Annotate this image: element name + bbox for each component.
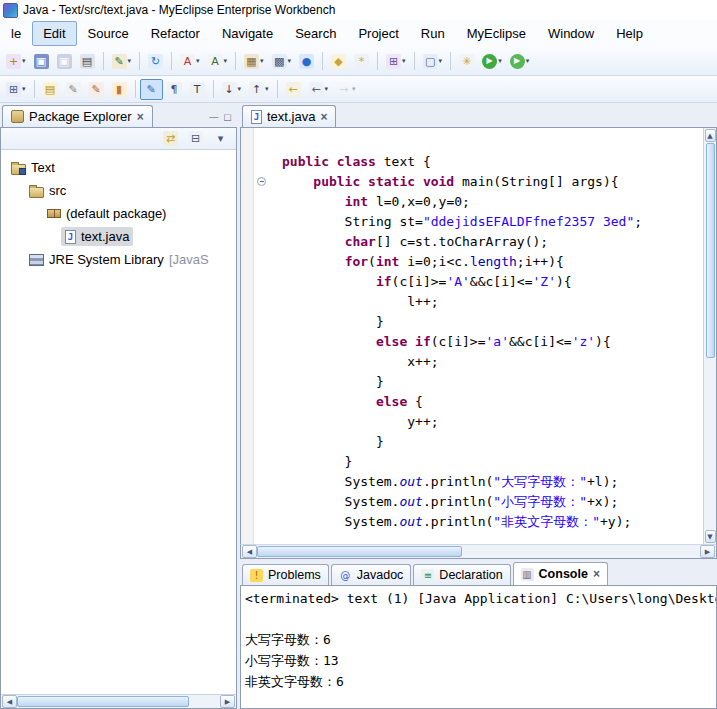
scrollbar-thumb[interactable] — [706, 143, 715, 358]
block-selection-icon[interactable]: T — [186, 79, 209, 100]
mark-occurrences-icon[interactable]: ✎ — [62, 79, 85, 100]
close-icon[interactable] — [593, 567, 600, 581]
scrollbar-thumb[interactable] — [257, 546, 462, 557]
close-icon[interactable] — [137, 109, 144, 124]
dropdown-arrow-icon[interactable]: ▾ — [402, 57, 406, 65]
forward-icon[interactable]: →▾ — [332, 79, 360, 100]
tree-item-label: (default package) — [66, 206, 166, 221]
menu-item-search[interactable]: Search — [284, 21, 347, 46]
close-icon[interactable] — [320, 109, 327, 124]
run-external-tools-icon[interactable]: A▾ — [176, 51, 204, 72]
tree-item-project-text[interactable]: Text — [1, 156, 236, 179]
scroll-up-icon[interactable] — [705, 129, 716, 142]
last-edit-location-icon[interactable]: ← — [282, 79, 305, 100]
scroll-right-icon[interactable] — [700, 545, 715, 558]
save-all-icon[interactable]: ▣ — [53, 51, 76, 72]
scrollbar-thumb[interactable] — [17, 696, 189, 707]
code-lines[interactable]: public class text { public static void m… — [270, 128, 703, 544]
dropdown-arrow-icon[interactable]: ▾ — [325, 85, 329, 93]
dropdown-arrow-icon[interactable]: ▾ — [238, 85, 242, 93]
open-book-icon[interactable]: ▮ — [108, 79, 131, 100]
highlight-toggle-icon[interactable]: ✎ — [140, 79, 163, 100]
save-icon[interactable]: ▣ — [30, 51, 53, 72]
menu-item-project[interactable]: Project — [347, 21, 409, 46]
java-file-icon — [65, 230, 76, 244]
dropdown-arrow-icon[interactable]: ▾ — [22, 85, 26, 93]
scroll-right-icon[interactable] — [220, 695, 235, 708]
package-explorer-toolbar: ⇄⊟▾ — [1, 128, 236, 150]
scroll-left-icon[interactable] — [2, 695, 17, 708]
menu-item-source[interactable]: Source — [77, 21, 140, 46]
print-icon[interactable]: ▤ — [76, 51, 99, 72]
code-line: System.out.println("小写字母数："+x); — [282, 492, 703, 512]
task-list-icon[interactable]: ▤ — [39, 79, 62, 100]
dropdown-arrow-icon[interactable]: ▾ — [196, 57, 200, 65]
previous-annotation-icon[interactable]: ↑▾ — [245, 79, 273, 100]
run-icon[interactable]: ▶▾ — [478, 51, 506, 72]
tree-item-default-package[interactable]: (default package) — [1, 202, 236, 225]
tree-item-label: JRE System Library — [49, 252, 164, 267]
tab-problems[interactable]: !Problems — [242, 564, 329, 585]
dropdown-arrow-icon[interactable]: ▾ — [526, 57, 530, 65]
tab-console[interactable]: ▥Console — [513, 562, 608, 585]
back-icon[interactable]: ←▾ — [305, 79, 333, 100]
maximize-icon[interactable] — [224, 112, 231, 123]
dropdown-arrow-icon[interactable]: ▾ — [439, 57, 443, 65]
dropdown-arrow-icon[interactable]: ▾ — [288, 57, 292, 65]
window-title: Java - Text/src/text.java - MyEclipse En… — [23, 3, 335, 17]
menu-item-refactor[interactable]: Refactor — [140, 21, 211, 46]
correction-icon[interactable]: ✎ — [85, 79, 108, 100]
collapse-all-icon[interactable]: ⊟ — [184, 128, 207, 149]
menu-item-navigate[interactable]: Navigate — [211, 21, 284, 46]
menu-item-edit[interactable]: Edit — [32, 21, 76, 46]
link-with-editor-icon[interactable]: ⇄ — [159, 128, 182, 149]
dropdown-arrow-icon[interactable]: ▾ — [498, 57, 502, 65]
menu-item-file[interactable]: le — [0, 21, 32, 46]
menu-item-run[interactable]: Run — [410, 21, 456, 46]
dropdown-arrow-icon[interactable]: ▾ — [260, 57, 264, 65]
tree-item-text-java[interactable]: text.java — [1, 225, 236, 248]
scroll-down-icon[interactable] — [705, 530, 716, 543]
dropdown-arrow-icon[interactable]: ▾ — [265, 85, 269, 93]
new-wizard-icon[interactable]: +▾ — [2, 51, 30, 72]
editor-vscrollbar[interactable] — [703, 128, 716, 544]
tab-declaration[interactable]: ≡Declaration — [413, 564, 510, 585]
new-web-project-icon[interactable]: ⊞▾ — [382, 51, 410, 72]
minimize-icon[interactable] — [209, 113, 218, 122]
source-folder-icon — [29, 187, 44, 198]
jar-package-icon[interactable]: ▦▾ — [240, 51, 268, 72]
web-browser-icon[interactable]: ● — [295, 51, 318, 72]
tree-item-src[interactable]: src — [1, 179, 236, 202]
editor-area: text.java public class text { public sta… — [240, 103, 717, 559]
show-view-icon[interactable]: ▢▾ — [419, 51, 447, 72]
menu-item-myeclipse[interactable]: MyEclipse — [456, 21, 537, 46]
menu-item-help[interactable]: Help — [605, 21, 654, 46]
coverage-icon[interactable]: A▾ — [204, 51, 232, 72]
tab-javadoc[interactable]: @Javadoc — [331, 564, 412, 585]
deployment-icon[interactable]: ▩▾ — [268, 51, 296, 72]
tree-item-jre-library[interactable]: JRE System Library[JavaS — [1, 248, 236, 271]
show-whitespace-icon[interactable]: ¶ — [163, 79, 186, 100]
refresh-icon[interactable]: ↻ — [144, 51, 167, 72]
next-annotation-icon[interactable]: ↓▾ — [218, 79, 246, 100]
profile-icon[interactable]: ▶▾ — [506, 51, 534, 72]
view-menu-icon[interactable]: ▾ — [209, 128, 232, 149]
dropdown-arrow-icon[interactable]: ▾ — [352, 85, 356, 93]
code-editor[interactable]: public class text { public static void m… — [240, 127, 717, 544]
open-type-icon[interactable]: ◆ — [327, 51, 350, 72]
editor-hscrollbar[interactable] — [240, 544, 717, 559]
tab-package-explorer[interactable]: Package Explorer — [2, 105, 153, 127]
package-explorer-hscrollbar[interactable] — [1, 694, 236, 708]
dropdown-arrow-icon[interactable]: ▾ — [22, 57, 26, 65]
dropdown-arrow-icon[interactable]: ▾ — [224, 57, 228, 65]
dropdown-arrow-icon[interactable]: ▾ — [128, 57, 132, 65]
debug-icon[interactable]: ✳ — [455, 51, 478, 72]
scroll-left-icon[interactable] — [242, 545, 257, 558]
search-icon[interactable]: * — [350, 51, 373, 72]
perspective-icon[interactable]: ⊞▾ — [2, 79, 30, 100]
fold-collapse-icon[interactable] — [257, 177, 266, 186]
new-java-class-icon[interactable]: ✎▾ — [108, 51, 136, 72]
code-line: public class text { — [282, 152, 703, 172]
tab-text-java[interactable]: text.java — [242, 105, 336, 127]
menu-item-window[interactable]: Window — [537, 21, 605, 46]
